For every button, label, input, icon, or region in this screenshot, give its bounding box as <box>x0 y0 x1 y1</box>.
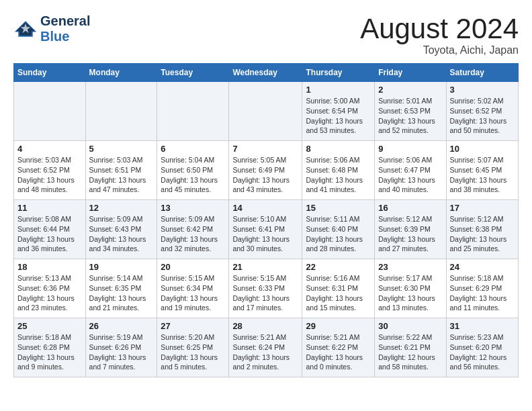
day-info: Sunrise: 5:16 AM Sunset: 6:31 PM Dayligh… <box>306 273 371 313</box>
logo-line2: Blue <box>40 29 69 44</box>
calendar-cell: 4Sunrise: 5:03 AM Sunset: 6:52 PM Daylig… <box>14 141 86 200</box>
calendar-cell: 17Sunrise: 5:12 AM Sunset: 6:38 PM Dayli… <box>446 200 519 259</box>
calendar-week-row: 18Sunrise: 5:13 AM Sunset: 6:36 PM Dayli… <box>14 259 519 318</box>
weekday-header-cell: Thursday <box>302 64 375 82</box>
calendar-cell: 10Sunrise: 5:07 AM Sunset: 6:45 PM Dayli… <box>446 141 519 200</box>
day-info: Sunrise: 5:21 AM Sunset: 6:24 PM Dayligh… <box>232 332 298 372</box>
day-info: Sunrise: 5:18 AM Sunset: 6:29 PM Dayligh… <box>450 273 515 313</box>
day-info: Sunrise: 5:09 AM Sunset: 6:42 PM Dayligh… <box>161 214 225 254</box>
calendar-week-row: 11Sunrise: 5:08 AM Sunset: 6:44 PM Dayli… <box>14 200 519 259</box>
calendar-cell: 19Sunrise: 5:14 AM Sunset: 6:35 PM Dayli… <box>85 259 157 318</box>
logo: General Blue <box>13 13 90 44</box>
day-number: 8 <box>306 144 371 154</box>
day-number: 9 <box>378 144 442 154</box>
day-info: Sunrise: 5:22 AM Sunset: 6:21 PM Dayligh… <box>378 332 442 372</box>
calendar-cell: 25Sunrise: 5:18 AM Sunset: 6:28 PM Dayli… <box>14 318 86 377</box>
calendar-cell: 21Sunrise: 5:15 AM Sunset: 6:33 PM Dayli… <box>229 259 302 318</box>
calendar-cell: 23Sunrise: 5:17 AM Sunset: 6:30 PM Dayli… <box>375 259 446 318</box>
calendar-table: SundayMondayTuesdayWednesdayThursdayFrid… <box>13 63 519 377</box>
calendar-cell: 3Sunrise: 5:02 AM Sunset: 6:52 PM Daylig… <box>446 82 519 141</box>
calendar-cell: 26Sunrise: 5:19 AM Sunset: 6:26 PM Dayli… <box>85 318 157 377</box>
calendar-cell <box>85 82 157 141</box>
day-number: 10 <box>450 144 515 154</box>
day-number: 30 <box>378 321 442 331</box>
calendar-cell: 31Sunrise: 5:23 AM Sunset: 6:20 PM Dayli… <box>446 318 519 377</box>
month-year-title: August 2024 <box>360 13 519 44</box>
calendar-week-row: 4Sunrise: 5:03 AM Sunset: 6:52 PM Daylig… <box>14 141 519 200</box>
day-number: 20 <box>161 262 225 272</box>
day-number: 19 <box>89 262 154 272</box>
day-number: 3 <box>450 85 515 95</box>
calendar-cell: 5Sunrise: 5:03 AM Sunset: 6:51 PM Daylig… <box>85 141 157 200</box>
day-number: 29 <box>306 321 371 331</box>
day-info: Sunrise: 5:08 AM Sunset: 6:44 PM Dayligh… <box>17 214 82 254</box>
day-info: Sunrise: 5:12 AM Sunset: 6:38 PM Dayligh… <box>450 214 515 254</box>
weekday-header-cell: Saturday <box>446 64 519 82</box>
day-info: Sunrise: 5:21 AM Sunset: 6:22 PM Dayligh… <box>306 332 371 372</box>
calendar-cell <box>157 82 229 141</box>
day-number: 4 <box>17 144 82 154</box>
calendar-cell <box>229 82 302 141</box>
day-info: Sunrise: 5:07 AM Sunset: 6:45 PM Dayligh… <box>450 155 515 195</box>
day-number: 26 <box>89 321 154 331</box>
day-info: Sunrise: 5:17 AM Sunset: 6:30 PM Dayligh… <box>378 273 442 313</box>
day-number: 5 <box>89 144 154 154</box>
day-number: 1 <box>306 85 371 95</box>
day-number: 16 <box>378 203 442 213</box>
day-info: Sunrise: 5:18 AM Sunset: 6:28 PM Dayligh… <box>17 332 82 372</box>
calendar-cell: 1Sunrise: 5:00 AM Sunset: 6:54 PM Daylig… <box>302 82 375 141</box>
day-info: Sunrise: 5:13 AM Sunset: 6:36 PM Dayligh… <box>17 273 82 313</box>
calendar-cell: 18Sunrise: 5:13 AM Sunset: 6:36 PM Dayli… <box>14 259 86 318</box>
day-info: Sunrise: 5:03 AM Sunset: 6:52 PM Dayligh… <box>17 155 82 195</box>
logo-text: General Blue <box>40 13 90 44</box>
calendar-cell: 16Sunrise: 5:12 AM Sunset: 6:39 PM Dayli… <box>375 200 446 259</box>
calendar-cell: 24Sunrise: 5:18 AM Sunset: 6:29 PM Dayli… <box>446 259 519 318</box>
day-number: 11 <box>17 203 82 213</box>
calendar-cell: 11Sunrise: 5:08 AM Sunset: 6:44 PM Dayli… <box>14 200 86 259</box>
calendar-cell: 8Sunrise: 5:06 AM Sunset: 6:48 PM Daylig… <box>302 141 375 200</box>
day-info: Sunrise: 5:03 AM Sunset: 6:51 PM Dayligh… <box>89 155 154 195</box>
weekday-header-cell: Wednesday <box>229 64 302 82</box>
logo-icon <box>13 19 38 38</box>
calendar-cell: 9Sunrise: 5:06 AM Sunset: 6:47 PM Daylig… <box>375 141 446 200</box>
day-number: 21 <box>232 262 298 272</box>
calendar-cell: 13Sunrise: 5:09 AM Sunset: 6:42 PM Dayli… <box>157 200 229 259</box>
day-number: 28 <box>232 321 298 331</box>
weekday-header-cell: Tuesday <box>157 64 229 82</box>
day-info: Sunrise: 5:01 AM Sunset: 6:53 PM Dayligh… <box>378 96 442 136</box>
calendar-cell: 14Sunrise: 5:10 AM Sunset: 6:41 PM Dayli… <box>229 200 302 259</box>
calendar-cell: 15Sunrise: 5:11 AM Sunset: 6:40 PM Dayli… <box>302 200 375 259</box>
weekday-header-row: SundayMondayTuesdayWednesdayThursdayFrid… <box>14 64 519 82</box>
day-number: 14 <box>232 203 298 213</box>
calendar-week-row: 25Sunrise: 5:18 AM Sunset: 6:28 PM Dayli… <box>14 318 519 377</box>
calendar-cell <box>14 82 86 141</box>
calendar-cell: 20Sunrise: 5:15 AM Sunset: 6:34 PM Dayli… <box>157 259 229 318</box>
day-number: 25 <box>17 321 82 331</box>
day-info: Sunrise: 5:15 AM Sunset: 6:34 PM Dayligh… <box>161 273 225 313</box>
weekday-header-cell: Friday <box>375 64 446 82</box>
day-number: 7 <box>232 144 298 154</box>
calendar-cell: 2Sunrise: 5:01 AM Sunset: 6:53 PM Daylig… <box>375 82 446 141</box>
day-number: 17 <box>450 203 515 213</box>
calendar-cell: 27Sunrise: 5:20 AM Sunset: 6:25 PM Dayli… <box>157 318 229 377</box>
calendar-cell: 7Sunrise: 5:05 AM Sunset: 6:49 PM Daylig… <box>229 141 302 200</box>
calendar-cell: 29Sunrise: 5:21 AM Sunset: 6:22 PM Dayli… <box>302 318 375 377</box>
calendar-cell: 28Sunrise: 5:21 AM Sunset: 6:24 PM Dayli… <box>229 318 302 377</box>
day-info: Sunrise: 5:05 AM Sunset: 6:49 PM Dayligh… <box>232 155 298 195</box>
calendar-week-row: 1Sunrise: 5:00 AM Sunset: 6:54 PM Daylig… <box>14 82 519 141</box>
day-info: Sunrise: 5:06 AM Sunset: 6:48 PM Dayligh… <box>306 155 371 195</box>
day-info: Sunrise: 5:20 AM Sunset: 6:25 PM Dayligh… <box>161 332 225 372</box>
calendar-cell: 22Sunrise: 5:16 AM Sunset: 6:31 PM Dayli… <box>302 259 375 318</box>
day-number: 15 <box>306 203 371 213</box>
day-number: 6 <box>161 144 225 154</box>
title-block: August 2024 Toyota, Aichi, Japan <box>360 13 519 56</box>
day-number: 2 <box>378 85 442 95</box>
calendar-cell: 6Sunrise: 5:04 AM Sunset: 6:50 PM Daylig… <box>157 141 229 200</box>
calendar-cell: 30Sunrise: 5:22 AM Sunset: 6:21 PM Dayli… <box>375 318 446 377</box>
day-info: Sunrise: 5:23 AM Sunset: 6:20 PM Dayligh… <box>450 332 515 372</box>
day-info: Sunrise: 5:10 AM Sunset: 6:41 PM Dayligh… <box>232 214 298 254</box>
day-info: Sunrise: 5:09 AM Sunset: 6:43 PM Dayligh… <box>89 214 154 254</box>
day-number: 22 <box>306 262 371 272</box>
day-info: Sunrise: 5:14 AM Sunset: 6:35 PM Dayligh… <box>89 273 154 313</box>
day-info: Sunrise: 5:00 AM Sunset: 6:54 PM Dayligh… <box>306 96 371 136</box>
